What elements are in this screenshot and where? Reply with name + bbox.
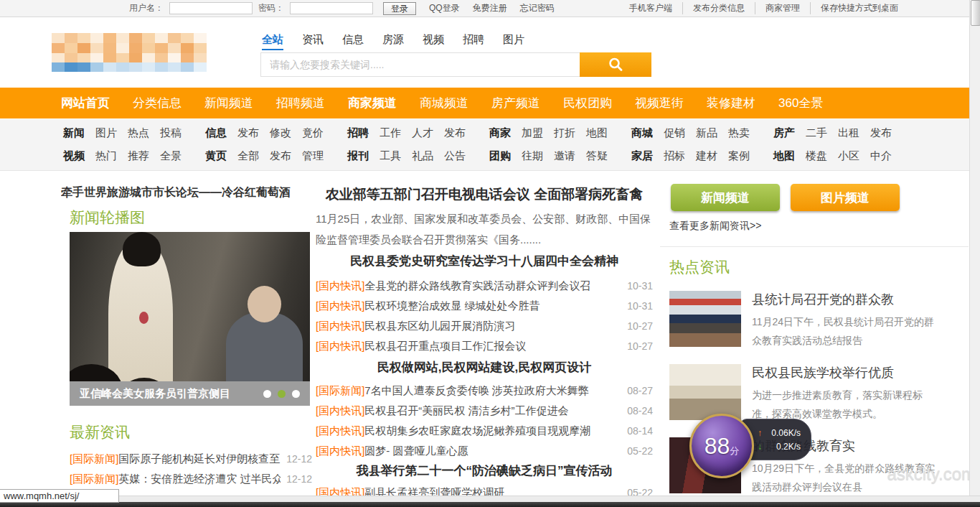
nav-merchant-channel[interactable]: 商家频道 (336, 95, 408, 111)
nav-360-panorama[interactable]: 360全景 (767, 95, 834, 111)
subnav-link[interactable]: 小区 (838, 149, 859, 163)
news-title[interactable]: 民权县东区幼儿园开展消防演习 (364, 320, 621, 333)
news-list-item[interactable]: [国内快讯]圆梦- 圆聋哑儿童心愿05-22 (316, 441, 653, 461)
subnav-link[interactable]: 家居 (631, 149, 653, 163)
forgot-password-link[interactable]: 忘记密码 (520, 2, 555, 14)
news-title[interactable]: 国际原子能机构延长对伊朗核查至 (118, 452, 281, 466)
subnav-link[interactable]: 修改 (270, 126, 291, 140)
subnav-link[interactable]: 热点 (128, 126, 149, 140)
nav-video-street[interactable]: 视频逛街 (623, 95, 695, 111)
left-headline-link[interactable]: 牵手世界旅游城市市长论坛——冷谷红葡萄酒 (61, 185, 314, 200)
carousel-dot-3[interactable] (292, 390, 300, 398)
news-title[interactable]: 民权环境整治成效显 绿城处处今胜昔 (364, 299, 621, 313)
nav-classified[interactable]: 分类信息 (121, 95, 193, 111)
nav-news-channel[interactable]: 新闻频道 (193, 95, 265, 111)
subnav-link[interactable]: 工具 (380, 149, 401, 163)
subnav-link[interactable]: 新品 (696, 126, 717, 140)
subnav-link[interactable]: 邀请 (554, 149, 575, 163)
news-category-tag[interactable]: [国际新闻] (316, 384, 364, 398)
news-title[interactable]: 圆梦- 圆聋哑儿童心愿 (364, 445, 621, 458)
subnav-link[interactable]: 报刊 (347, 149, 369, 163)
nav-decoration[interactable]: 装修建材 (695, 95, 767, 111)
news-category-tag[interactable]: [国内快讯] (316, 445, 364, 458)
subnav-link[interactable]: 二手 (806, 126, 827, 140)
score-ball[interactable]: 88 分 (689, 414, 754, 478)
subnav-link[interactable]: 楼盘 (806, 149, 827, 163)
carousel-caption-text[interactable]: 亚信峰会美女服务员引普京侧目 (80, 387, 230, 401)
subnav-link[interactable]: 全部 (237, 149, 259, 163)
news-category-tag[interactable]: [国内快讯] (316, 340, 364, 353)
subnav-link[interactable]: 建材 (696, 149, 717, 163)
carousel-dot-2[interactable] (278, 390, 286, 398)
news-list-item[interactable]: [国际新闻] 国际原子能机构延长对伊朗核查至 12-12 (70, 449, 312, 469)
speed-score-widget[interactable]: ↑ 0.06K/s ↓ 0.2K/s 88 分 (689, 414, 811, 480)
news-title[interactable]: 英媒：安倍胜选经济遭灾 过半民众 (118, 473, 281, 486)
subnav-link[interactable]: 发布 (870, 126, 892, 140)
nav-home[interactable]: 网站首页 (50, 95, 121, 111)
subnav-link[interactable]: 加盟 (522, 126, 543, 140)
news-list-item[interactable]: [国内快讯]民权县召开“美丽民权 清洁乡村”工作促进会08-24 (316, 401, 653, 421)
subnav-link[interactable]: 商城 (631, 126, 653, 140)
login-button[interactable]: 登录 (383, 2, 416, 15)
news-category-tag[interactable]: [国内快讯] (316, 299, 364, 313)
subnav-link[interactable]: 热卖 (728, 126, 750, 140)
subnav-link[interactable]: 地图 (586, 126, 608, 140)
news-list-item[interactable]: [国际新闻] 英媒：安倍胜选经济遭灾 过半民众 12-12 (70, 469, 312, 489)
center-summary[interactable]: 11月25日，农业部、国家发展和改革委员会、公安部、财政部、中国保险监督管理委员… (316, 208, 653, 250)
tab-info[interactable]: 信息 (342, 33, 364, 50)
news-category-tag[interactable]: [国际新闻] (70, 473, 118, 486)
search-input[interactable] (260, 52, 580, 77)
subnav-link[interactable]: 案例 (728, 149, 750, 163)
mobile-client-link[interactable]: 手机客户端 (619, 2, 682, 14)
news-list-item[interactable]: [国内快讯]民权县东区幼儿园开展消防演习10-27 (316, 316, 653, 336)
news-list-item[interactable]: [国内快讯]全县党的群众路线教育实践活动群众评判会议召10-31 (316, 276, 653, 296)
subnav-link[interactable]: 公告 (444, 149, 466, 163)
news-list-item[interactable]: [国内快讯]民权环境整治成效显 绿城处处今胜昔10-31 (316, 296, 653, 316)
subnav-link[interactable]: 发布 (444, 126, 466, 140)
subnav-link[interactable]: 中介 (870, 149, 892, 163)
news-title[interactable]: 民权县召开重点项目工作汇报会议 (364, 340, 621, 353)
subnav-link[interactable]: 商家 (489, 126, 511, 140)
hot-news-item[interactable]: 县统计局召开党的群众教 11月24日下午，民权县统计局召开党的群众教育实践活动总… (669, 291, 936, 348)
news-category-tag[interactable]: [国内快讯] (316, 424, 364, 438)
news-category-tag[interactable]: [国内快讯] (316, 404, 364, 418)
news-list-item[interactable]: [国内快讯]民权胡集乡农旺家庭农场泥鳅养殖项目现观摩潮08-14 (316, 421, 653, 441)
register-link[interactable]: 免费注册 (473, 2, 507, 14)
nav-groupbuy[interactable]: 民权团购 (552, 95, 623, 111)
merchant-admin-link[interactable]: 商家管理 (755, 2, 810, 14)
picture-channel-button[interactable]: 图片频道 (791, 184, 900, 211)
subnav-link[interactable]: 招聘 (347, 126, 369, 140)
subnav-link[interactable]: 房产 (773, 126, 795, 140)
hot-item-title[interactable]: 县统计局召开党的群众教 (752, 291, 936, 308)
subnav-link[interactable]: 礼品 (412, 149, 433, 163)
post-classified-link[interactable]: 发布分类信息 (682, 2, 755, 14)
subnav-link[interactable]: 黄页 (205, 149, 227, 163)
tab-news[interactable]: 资讯 (302, 33, 324, 50)
subnav-link[interactable]: 人才 (412, 126, 433, 140)
tab-all-site[interactable]: 全站 (262, 33, 283, 50)
hot-item-title[interactable]: 民权县民族学校举行优质 (752, 364, 936, 381)
news-category-tag[interactable]: [国际新闻] (70, 452, 118, 466)
subnav-link[interactable]: 答疑 (586, 149, 608, 163)
carousel-dot-1[interactable] (263, 390, 271, 398)
subnav-link[interactable]: 促销 (664, 126, 685, 140)
username-input[interactable] (169, 2, 253, 14)
subnav-link[interactable]: 往期 (522, 149, 543, 163)
subnav-link[interactable]: 新闻 (63, 126, 85, 140)
center-headline-4[interactable]: 我县举行第二十一个“防治碘缺乏病日”宣传活动 (316, 462, 653, 479)
password-input[interactable] (290, 2, 373, 14)
qq-login-link[interactable]: QQ登录 (429, 2, 460, 14)
subnav-link[interactable]: 全景 (160, 149, 182, 163)
subnav-link[interactable]: 推荐 (128, 149, 149, 163)
hot-item-thumbnail[interactable] (669, 291, 741, 347)
subnav-link[interactable]: 发布 (270, 149, 291, 163)
subnav-link[interactable]: 团购 (489, 149, 511, 163)
subnav-link[interactable]: 视频 (63, 149, 85, 163)
subnav-link[interactable]: 打折 (554, 126, 575, 140)
news-carousel[interactable]: 亚信峰会美女服务员引普京侧目 (70, 232, 310, 406)
news-title[interactable]: 民权县召开“美丽民权 清洁乡村”工作促进会 (364, 404, 621, 418)
tab-jobs[interactable]: 招聘 (463, 33, 484, 50)
save-shortcut-link[interactable]: 保存快捷方式到桌面 (810, 2, 908, 14)
nav-realestate-channel[interactable]: 房产频道 (480, 95, 552, 111)
hot-item-thumbnail[interactable] (669, 364, 741, 420)
